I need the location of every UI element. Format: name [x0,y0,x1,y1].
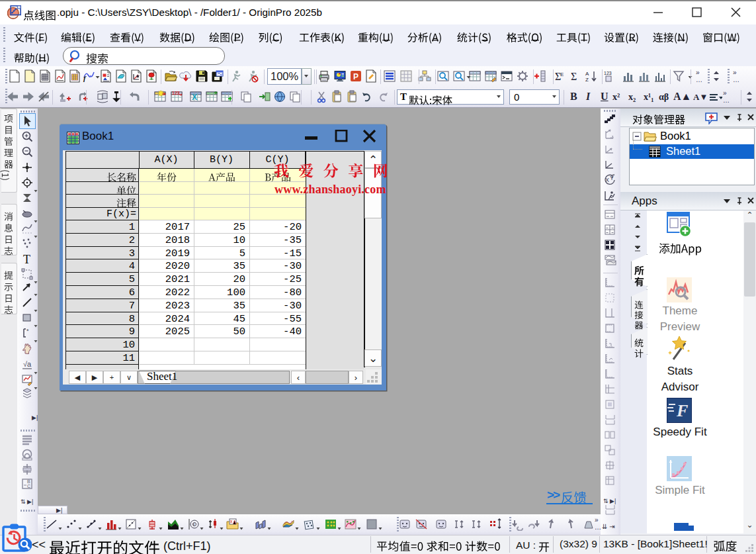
svg-text:Y: Y [610,175,614,181]
svg-text:A: A [585,71,589,77]
svg-text:P: P [353,72,358,81]
svg-text:√a: √a [23,360,32,368]
svg-text:X: X [605,177,609,183]
svg-text:f: f [83,74,87,82]
svg-text:T: T [23,253,30,265]
svg-text:123: 123 [604,71,612,75]
svg-text:*: * [26,328,29,334]
svg-text:123: 123 [172,91,180,95]
svg-text:F: F [676,401,688,420]
svg-text:Z: Z [585,77,589,83]
svg-text:Σ: Σ [571,71,577,82]
svg-text:B: B [27,479,30,484]
svg-text:E: E [560,71,564,77]
svg-text:C: C [27,484,30,488]
svg-text:X: X [192,93,197,102]
